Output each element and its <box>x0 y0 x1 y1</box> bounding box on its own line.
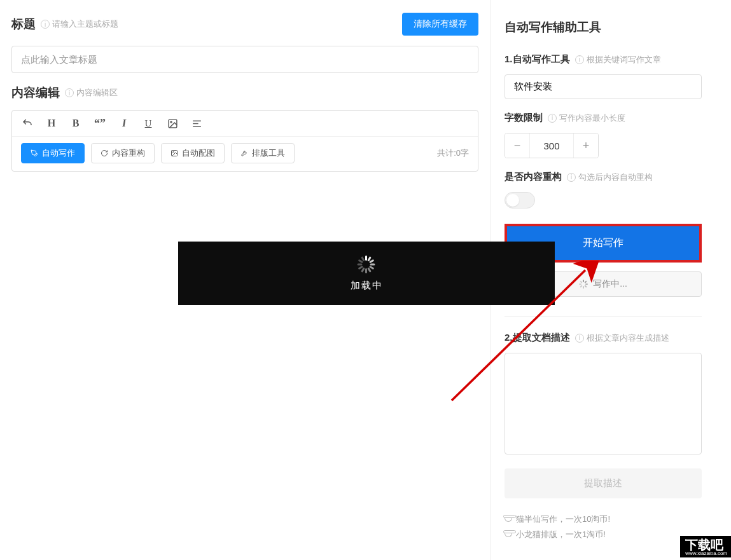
clear-cache-button[interactable]: 清除所有缓存 <box>402 13 478 36</box>
loading-text: 加载中 <box>351 280 383 292</box>
content-hint: i 内容编辑区 <box>65 87 118 99</box>
title-hint: i 请输入主题或标题 <box>41 18 118 30</box>
content-label: 内容编辑 <box>11 85 60 101</box>
tool-icon <box>240 149 248 157</box>
note-line-2: 小龙猫排版，一次1淘币! <box>505 529 702 540</box>
image-icon[interactable] <box>166 117 179 130</box>
divider <box>505 316 702 317</box>
quote-icon[interactable]: “” <box>94 117 106 130</box>
heading-icon[interactable]: H <box>45 117 58 130</box>
info-icon: i <box>567 173 576 182</box>
bold-icon[interactable]: B <box>69 117 82 130</box>
section1-label: 1.自动写作工具 <box>505 53 570 65</box>
pen-icon <box>31 149 38 157</box>
restructure-button[interactable]: 内容重构 <box>91 143 155 163</box>
note-line-1: 猫半仙写作，一次10淘币! <box>505 514 702 525</box>
svg-point-1 <box>170 121 171 122</box>
word-limit-stepper: − + <box>505 133 599 158</box>
undo-icon[interactable] <box>21 117 34 130</box>
coin-icon <box>505 517 512 522</box>
info-icon: i <box>575 334 584 343</box>
align-icon[interactable] <box>190 117 203 130</box>
loading-overlay: 加载中 <box>178 242 555 305</box>
section2-hint: i 根据文章内容生成描述 <box>575 332 669 344</box>
word-limit-label: 字数限制 <box>505 112 543 124</box>
info-icon: i <box>41 20 50 29</box>
description-textarea[interactable] <box>505 353 702 454</box>
picture-icon <box>171 149 178 157</box>
watermark: 下载吧 www.xiazaiba.com <box>680 536 731 557</box>
italic-icon[interactable]: I <box>118 117 130 130</box>
info-icon: i <box>575 55 584 64</box>
editor-container: H B “” I U 自动写作 内容重构 <box>11 110 478 172</box>
word-limit-value[interactable] <box>529 133 574 158</box>
article-title-input[interactable] <box>11 46 478 73</box>
svg-point-6 <box>173 152 174 153</box>
info-icon: i <box>65 88 74 97</box>
increase-button[interactable]: + <box>574 133 598 158</box>
auto-write-button[interactable]: 自动写作 <box>21 143 85 163</box>
underline-icon[interactable]: U <box>142 117 155 130</box>
decrease-button[interactable]: − <box>505 133 529 158</box>
format-toolbar: H B “” I U <box>12 111 478 137</box>
info-icon: i <box>548 114 557 123</box>
spinner-icon <box>358 256 375 273</box>
layout-tool-button[interactable]: 排版工具 <box>231 143 295 163</box>
keyword-input[interactable] <box>505 74 702 99</box>
word-limit-hint: i 写作内容最小长度 <box>548 113 625 124</box>
loading-icon <box>579 280 588 289</box>
section2-label: 2.提取文档描述 <box>505 332 570 344</box>
coin-icon <box>505 532 512 537</box>
restructure-hint: i 勾选后内容自动重构 <box>567 172 653 183</box>
restructure-label: 是否内容重构 <box>505 171 562 183</box>
word-counter: 共计:0字 <box>437 147 469 159</box>
auto-image-button[interactable]: 自动配图 <box>161 143 225 163</box>
restructure-toggle[interactable] <box>505 192 535 208</box>
extract-description-button[interactable]: 提取描述 <box>505 468 702 498</box>
sidebar-title: 自动写作辅助工具 <box>505 19 702 36</box>
refresh-icon <box>101 149 108 157</box>
title-label: 标题 <box>11 16 36 32</box>
section1-hint: i 根据关键词写作文章 <box>575 54 661 65</box>
